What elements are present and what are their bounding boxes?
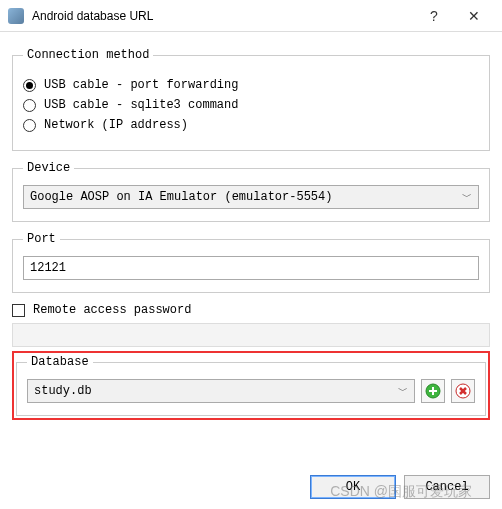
checkbox-icon <box>12 304 25 317</box>
connection-method-group: Connection method USB cable - port forwa… <box>12 48 490 151</box>
connection-method-legend: Connection method <box>23 48 153 62</box>
cancel-label: Cancel <box>425 480 468 494</box>
device-group: Device Google AOSP on IA Emulator (emula… <box>12 161 490 222</box>
device-combo[interactable]: Google AOSP on IA Emulator (emulator-555… <box>23 185 479 209</box>
device-legend: Device <box>23 161 74 175</box>
help-button[interactable]: ? <box>414 0 454 32</box>
add-database-button[interactable] <box>421 379 445 403</box>
port-legend: Port <box>23 232 60 246</box>
database-legend: Database <box>27 355 93 369</box>
port-group: Port 12121 <box>12 232 490 293</box>
cancel-button[interactable]: Cancel <box>404 475 490 499</box>
device-value: Google AOSP on IA Emulator (emulator-555… <box>30 190 332 204</box>
port-value: 12121 <box>30 261 66 275</box>
radio-usb-port-forwarding[interactable]: USB cable - port forwarding <box>23 78 479 92</box>
svg-rect-2 <box>429 390 437 392</box>
app-icon <box>8 8 24 24</box>
database-group: Database study.db ﹀ <box>16 355 486 416</box>
ok-button[interactable]: OK <box>310 475 396 499</box>
plus-circle-icon <box>425 383 441 399</box>
close-button[interactable]: ✕ <box>454 0 494 32</box>
radio-usb-sqlite3[interactable]: USB cable - sqlite3 command <box>23 98 479 112</box>
cross-circle-icon <box>455 383 471 399</box>
window-title: Android database URL <box>32 9 153 23</box>
radio-network-ip[interactable]: Network (IP address) <box>23 118 479 132</box>
remote-password-checkbox[interactable]: Remote access password <box>12 303 490 317</box>
port-input[interactable]: 12121 <box>23 256 479 280</box>
database-value: study.db <box>34 384 92 398</box>
radio-label: USB cable - sqlite3 command <box>44 98 238 112</box>
remote-password-input <box>12 323 490 347</box>
dialog-buttons: OK Cancel <box>310 475 490 499</box>
remove-database-button[interactable] <box>451 379 475 403</box>
ok-label: OK <box>346 480 360 494</box>
radio-label: Network (IP address) <box>44 118 188 132</box>
chevron-down-icon: ﹀ <box>398 384 408 398</box>
database-highlight: Database study.db ﹀ <box>12 351 490 420</box>
chevron-down-icon: ﹀ <box>462 190 472 204</box>
radio-icon <box>23 119 36 132</box>
radio-icon <box>23 99 36 112</box>
radio-label: USB cable - port forwarding <box>44 78 238 92</box>
remote-password-label: Remote access password <box>33 303 191 317</box>
titlebar: Android database URL ? ✕ <box>0 0 502 32</box>
radio-icon <box>23 79 36 92</box>
database-combo[interactable]: study.db ﹀ <box>27 379 415 403</box>
